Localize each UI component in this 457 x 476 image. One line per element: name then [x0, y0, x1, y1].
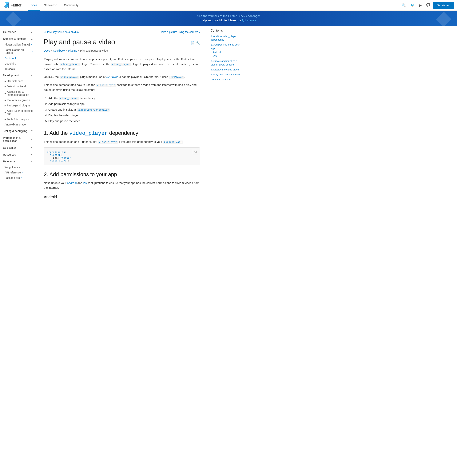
sidebar-item-add-flutter[interactable]: ▶ Add Flutter to existing app — [0, 108, 36, 117]
survey-link[interactable]: Q1 survey — [242, 19, 256, 22]
nav-docs[interactable]: Docs — [28, 0, 40, 11]
sidebar-item-gallery[interactable]: Flutter Gallery [NEW] ↗ — [0, 42, 36, 47]
toc-link-4[interactable]: 4. Display the video player — [211, 68, 243, 71]
code-step1[interactable]: video_player — [59, 97, 79, 100]
report-issue-button[interactable]: 🔧 — [196, 41, 200, 45]
sidebar-item-cookbook[interactable]: Cookbook — [0, 56, 36, 61]
article-content: Playing videos is a common task in app d… — [44, 57, 200, 199]
section-2-android-heading: Android — [44, 195, 200, 199]
code-video-player-4[interactable]: video_player — [96, 84, 116, 87]
sidebar-header-testing[interactable]: Testing & debugging ▼ — [0, 128, 36, 134]
sidebar-label-testing: Testing & debugging — [3, 129, 27, 133]
avplayer-link[interactable]: AVPlayer — [106, 75, 118, 78]
copy-code-button[interactable]: ⧉ — [193, 149, 198, 154]
sidebar-item-tutorials[interactable]: Tutorials — [0, 66, 36, 72]
sidebar-item-package-site[interactable]: Package site ↗ — [0, 175, 36, 180]
sidebar-header-samples[interactable]: Samples & tutorials ▲ — [0, 36, 36, 42]
sidebar-section-testing: Testing & debugging ▼ — [0, 128, 36, 134]
intro-paragraph-3: This recipe demonstrates how to use the … — [44, 82, 200, 92]
expand-icon-packages: ▶ — [5, 104, 6, 107]
toc-link-3[interactable]: 3. Create and initialize a VideoPlayerCo… — [211, 60, 243, 66]
sidebar-label-samples: Samples & tutorials — [3, 37, 26, 40]
code-section1-title[interactable]: video_player — [69, 130, 108, 136]
sidebar-item-codelabs[interactable]: Codelabs — [0, 61, 36, 66]
sidebar-header-reference[interactable]: Reference ▲ — [0, 158, 36, 164]
video-player-link[interactable]: video_player — [98, 140, 118, 143]
code-exoplayer[interactable]: ExoPlayer — [169, 76, 184, 79]
breadcrumb-sep-1: › — [51, 49, 52, 52]
announcement-banner: See the winners of the Flutter Clock cha… — [0, 11, 457, 26]
toc-link-complete[interactable]: Complete example — [211, 78, 243, 81]
code-block-pubspec: ⧉ dependencies: flutter: sdk: flutter vi… — [44, 147, 200, 165]
sidebar-header-development[interactable]: Development ▲ — [0, 72, 36, 78]
expand-icon-a11y: ▶ — [5, 92, 6, 94]
nav-community[interactable]: Community — [61, 0, 82, 11]
sidebar-header-resources[interactable]: Resources ▼ — [0, 152, 36, 158]
toc-link-ios[interactable]: iOS — [213, 55, 243, 58]
expand-icon-platform: ▶ — [5, 99, 6, 101]
github-button[interactable] — [425, 1, 432, 9]
code-video-player-3[interactable]: video_player — [59, 76, 79, 79]
nav-showcase[interactable]: Showcase — [41, 0, 60, 11]
chevron-down-icon-testing: ▼ — [31, 130, 33, 132]
chevron-up-icon-dev: ▲ — [31, 74, 33, 77]
get-started-button[interactable]: Get started — [433, 2, 454, 9]
search-button[interactable]: 🔍 — [400, 2, 407, 9]
next-page-link[interactable]: Take a picture using the camera › — [161, 30, 200, 34]
intro-paragraph-1: Playing videos is a common task in app d… — [44, 57, 200, 71]
sidebar-item-packages[interactable]: ▶ Packages & plugins — [0, 103, 36, 108]
breadcrumb-cookbook[interactable]: Cookbook — [53, 49, 65, 52]
sidebar-item-ui[interactable]: ▶ User interface — [0, 78, 36, 84]
page-title-icons: 📄 🔧 — [191, 41, 200, 45]
sidebar-item-data[interactable]: ▶ Data & backend — [0, 84, 36, 89]
toc-link-android[interactable]: Android — [213, 51, 243, 54]
nav-logo[interactable]: Flutter — [3, 2, 22, 8]
youtube-button[interactable]: ▶ — [418, 2, 423, 9]
code-section1-p1[interactable]: video_player — [98, 141, 118, 144]
sidebar-header-getstarted[interactable]: Get started ▲ — [0, 29, 36, 35]
nav-links: Docs Showcase Community — [28, 0, 82, 11]
ios-link[interactable]: ios — [83, 181, 87, 185]
toc-sub-ios: iOS — [213, 55, 243, 58]
sidebar-item-sample-apps[interactable]: Sample apps on GitHub ↗ — [0, 47, 36, 56]
external-link-icon-2: ↗ — [31, 50, 33, 53]
expand-icon-data: ▶ — [5, 85, 6, 88]
sidebar-item-a11y[interactable]: ▶ Accessibility & internationalization — [0, 89, 36, 97]
sidebar-item-widget-index[interactable]: Widget index — [0, 164, 36, 170]
breadcrumb-sep-2: › — [66, 49, 67, 52]
sidebar-header-performance[interactable]: Performance & optimization ▼ — [0, 135, 36, 144]
sidebar-label-getstarted: Get started — [3, 30, 16, 34]
section-1-paragraph: This recipe depends on one Flutter plugi… — [44, 139, 200, 144]
toc-link-2[interactable]: 2. Add permissions to your app — [211, 43, 243, 50]
prev-page-link[interactable]: ‹ Store key-value data on disk — [44, 30, 79, 34]
toc-item-2: 2. Add permissions to your app Android i… — [211, 43, 243, 58]
android-link[interactable]: android — [67, 181, 77, 185]
sidebar-section-development: Development ▲ ▶ User interface ▶ Data & … — [0, 72, 36, 127]
code-step3[interactable]: VideoPlayerController — [76, 108, 110, 111]
code-video-player-2[interactable]: video_player — [111, 63, 131, 66]
pubspec-link[interactable]: pubspec.yaml — [163, 140, 183, 143]
sidebar-item-api-ref[interactable]: API reference ↗ — [0, 170, 36, 175]
toc-sub-android: Android — [213, 51, 243, 54]
step-1: Add the video_player dependency. — [48, 95, 200, 101]
breadcrumb-docs[interactable]: Docs — [44, 49, 50, 52]
exoplayer-link[interactable]: ExoPlayer — [169, 75, 184, 78]
code-video-player-1[interactable]: video_player — [60, 63, 80, 66]
sidebar-header-deployment[interactable]: Deployment ▼ — [0, 145, 36, 151]
sidebar-item-platform[interactable]: ▶ Platform integration — [0, 97, 36, 103]
sidebar-item-tools[interactable]: ▶ Tools & techniques — [0, 117, 36, 122]
breadcrumb-plugins[interactable]: Plugins — [68, 49, 77, 52]
nav-actions: 🔍 🐦 ▶ Get started — [400, 1, 454, 9]
edit-page-button[interactable]: 📄 — [191, 41, 195, 45]
twitter-button[interactable]: 🐦 — [409, 2, 416, 9]
external-link-icon: ↗ — [30, 43, 32, 46]
sidebar-section-getstarted: Get started ▲ — [0, 29, 36, 35]
toc-link-5[interactable]: 5. Play and pause the video — [211, 73, 243, 76]
svg-marker-5 — [436, 12, 451, 26]
sidebar-item-androidx[interactable]: AndroidX migration — [0, 122, 36, 127]
toc-item-4: 4. Display the video player — [211, 68, 243, 71]
toc-link-1[interactable]: 1. Add the video_player dependency — [211, 35, 243, 42]
code-pubspec[interactable]: pubspec.yaml — [163, 141, 183, 144]
code-content: dependencies: flutter: sdk: flutter vide… — [47, 151, 197, 162]
sidebar-section-deployment: Deployment ▼ — [0, 145, 36, 151]
